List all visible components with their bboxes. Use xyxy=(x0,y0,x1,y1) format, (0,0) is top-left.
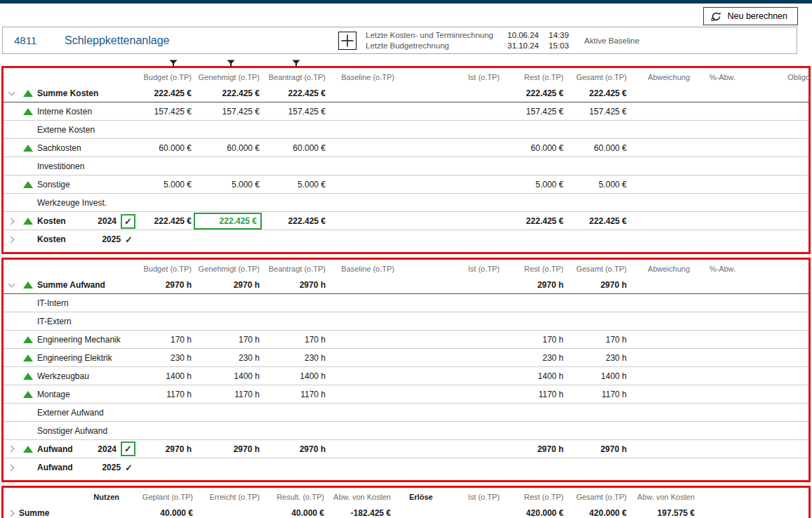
cell-ist xyxy=(448,504,502,518)
expander-slot xyxy=(4,349,19,366)
cell-baseline xyxy=(328,121,397,138)
row-label: Summe Kosten xyxy=(37,88,135,98)
column-header-abweichung: Abweichung xyxy=(629,73,692,81)
expander-icon[interactable] xyxy=(4,212,19,230)
aufwand-table-row-summe-aufwand: Summe Aufwand2970 h2970 h2970 h2970 h297… xyxy=(4,276,808,294)
cell-budget xyxy=(135,312,194,330)
calc-dates: 10.06.24 31.10.24 xyxy=(507,30,539,51)
expander-icon[interactable] xyxy=(4,440,19,458)
cell-obligo xyxy=(738,175,812,193)
aufwand-table-row-engineering-elektrik: Engineering Elektrik230 h230 h230 h230 h… xyxy=(4,349,808,367)
filter-icon[interactable] xyxy=(169,58,178,67)
cell-obligo xyxy=(738,139,812,157)
recalculate-button[interactable]: Neu berechnen xyxy=(703,7,798,25)
cell-ist xyxy=(397,157,502,175)
column-header-obligo: Obligo xyxy=(738,73,812,81)
cell-abweichung xyxy=(629,212,692,230)
expander-icon[interactable] xyxy=(4,230,19,248)
cell-result: 40.000 € xyxy=(262,504,326,518)
row-name-block: Summe Kosten xyxy=(37,84,135,102)
cell-pabw xyxy=(692,139,738,157)
cell-abweichung xyxy=(629,194,692,211)
cell-genehmigt: 157.425 € xyxy=(194,102,262,120)
cell-ist xyxy=(397,175,502,193)
row-label: Externer Aufwand xyxy=(37,408,135,418)
cell-ist xyxy=(397,102,502,120)
column-header-result: Result. (o.TP) xyxy=(262,493,326,501)
cell-beantragt xyxy=(262,121,328,138)
column-header-beantragt: Beantragt (o.TP) xyxy=(262,73,328,81)
cell-obligo xyxy=(738,194,812,211)
nutzen-table-row-summe: Summe40.000 €40.000 €-182.425 €420.000 €… xyxy=(4,504,808,518)
cell-genehmigt: 5.000 € xyxy=(194,175,262,193)
cell-rest xyxy=(502,422,566,439)
green-triangle-icon xyxy=(23,181,33,188)
nutzen-section: NutzenGeplant (o.TP)Erreicht (o.TP)Resul… xyxy=(1,486,811,518)
row-label: Engineering Mechanik xyxy=(37,335,135,345)
column-header-pabw: %-Abw. xyxy=(692,73,738,81)
cell-ist xyxy=(397,312,502,330)
cell-baseline xyxy=(328,331,397,348)
cell-baseline xyxy=(328,385,397,403)
cell-genehmigt xyxy=(194,312,262,330)
cell-gesamt xyxy=(566,157,629,175)
cell-budget: 2970 h xyxy=(135,276,194,293)
column-header-genehmigt: Genehmigt (o.TP) xyxy=(194,265,262,273)
cell-ist xyxy=(397,349,502,366)
cell-gesamt: 2970 h xyxy=(566,276,629,293)
aufwand-table-row-externer-aufwand: Externer Aufwand xyxy=(4,404,808,422)
year-checkbox[interactable]: ✓ xyxy=(121,441,135,456)
cell-baseline xyxy=(328,404,397,421)
cell-pabw xyxy=(692,440,738,458)
kosten-table-row-interne-kosten: Interne Kosten157.425 €157.425 €157.425 … xyxy=(4,102,808,121)
year-checkbox[interactable]: ✓ xyxy=(121,214,135,229)
cell-rest xyxy=(502,157,566,175)
filter-icon[interactable] xyxy=(227,58,235,67)
add-button[interactable] xyxy=(338,32,357,50)
cell-rest: 1170 h xyxy=(502,385,566,403)
row-name-block: Sachkosten xyxy=(37,139,135,157)
column-header-baseline: Baseline (o.TP) xyxy=(328,265,397,273)
column-header-abw_kosten2: Abw. von Kosten xyxy=(629,493,697,501)
kosten-table-row-externe-kosten: Externe Kosten xyxy=(4,121,808,139)
trend-up-icon xyxy=(19,349,37,366)
column-header-budget: Budget (o.TP) xyxy=(135,265,194,273)
cell-gesamt: 170 h xyxy=(566,331,629,348)
cell-obligo xyxy=(738,84,812,102)
cell-genehmigt[interactable]: 222.425 € xyxy=(194,213,262,230)
cell-abweichung xyxy=(629,367,692,385)
expander-slot xyxy=(4,121,19,138)
year-checkmark-icon[interactable]: ✓ xyxy=(125,234,135,245)
cell-budget: 1400 h xyxy=(135,367,194,385)
column-header-ist: Ist (o.TP) xyxy=(397,265,502,273)
year-checkmark-icon[interactable]: ✓ xyxy=(125,463,135,473)
toolbar: Neu berechnen xyxy=(0,4,812,27)
cell-budget: 170 h xyxy=(135,331,194,348)
cell-beantragt: 230 h xyxy=(262,349,328,366)
row-label: Sonstige xyxy=(37,180,135,190)
row-name-block: Externe Kosten xyxy=(37,121,135,138)
cell-genehmigt xyxy=(194,422,262,439)
expander-icon[interactable] xyxy=(4,84,19,102)
expander-icon[interactable] xyxy=(4,276,19,293)
year-label: 2025 xyxy=(102,463,121,472)
chevron-closed-icon xyxy=(7,236,14,243)
cell-genehmigt xyxy=(194,458,262,477)
cell-pabw xyxy=(692,404,738,421)
cell-gesamt: 420.000 € xyxy=(566,504,629,518)
green-triangle-icon xyxy=(23,336,33,343)
last-budget-calc-time: 15:03 xyxy=(549,41,569,51)
expander-icon[interactable] xyxy=(4,504,19,518)
cell-beantragt xyxy=(262,230,328,248)
row-label: Werkzeuge Invest. xyxy=(37,198,135,208)
row-name-block: Kosten2024✓ xyxy=(37,212,135,230)
kosten-table-row-sonstige: Sonstige5.000 €5.000 €5.000 €5.000 €5.00… xyxy=(4,175,808,194)
cell-budget xyxy=(135,458,194,477)
cell-abweichung xyxy=(629,422,692,439)
cell-gesamt: 222.425 € xyxy=(566,212,629,230)
expander-icon[interactable] xyxy=(4,458,19,477)
cell-budget: 60.000 € xyxy=(135,139,194,157)
cell-erloese xyxy=(393,504,448,518)
refresh-icon xyxy=(711,11,721,22)
filter-icon[interactable] xyxy=(292,58,300,67)
